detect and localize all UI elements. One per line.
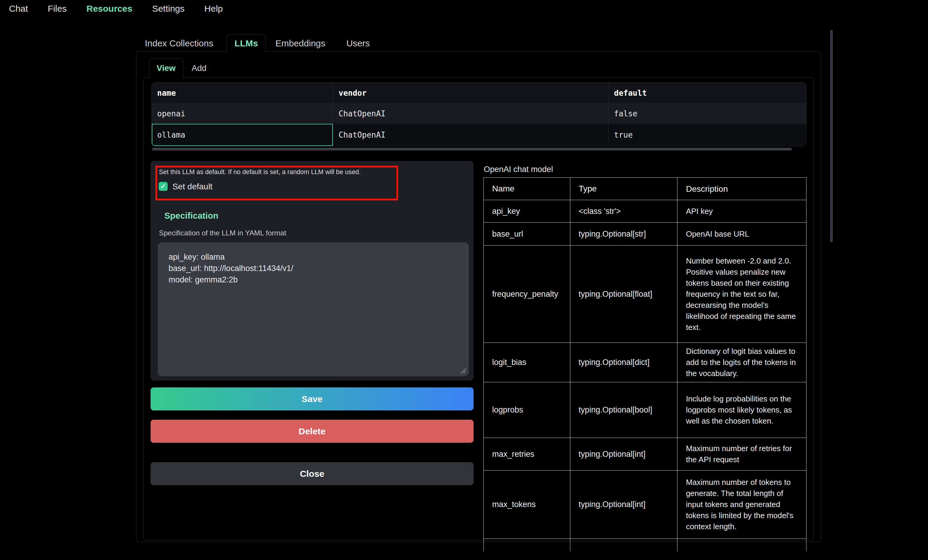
llm-col-name: name [152,82,333,103]
llm-table-header: name vendor default [152,82,806,103]
table-row: frequency_penalty typing.Optional[float]… [484,246,806,343]
tab-embeddings[interactable]: Embeddings [275,38,325,49]
param-type [570,539,678,551]
tab-users[interactable]: Users [346,38,370,49]
table-row: base_url typing.Optional[str] OpenAI bas… [484,222,806,246]
cell-vendor[interactable]: ChatOpenAI [333,124,609,146]
param-description: Maximum number of retries for the API re… [678,438,806,470]
close-button[interactable]: Close [151,462,473,485]
nav-item-resources[interactable]: Resources [87,4,132,14]
param-type: typing.Optional[bool] [570,382,678,438]
param-description: Maximum number of tokens to generate. Th… [678,470,806,539]
checkmark-icon: ✓ [160,183,166,190]
delete-button[interactable]: Delete [151,420,473,443]
param-name: logit_bias [484,343,570,382]
cell-name[interactable]: openai [152,103,333,124]
specification-sublabel: Specification of the LLM in YAML format [159,229,286,237]
llm-col-vendor: vendor [333,82,609,103]
table-row: logit_bias typing.Optional[dict] Diction… [484,343,806,382]
cell-name-selected[interactable]: ollama [152,124,333,146]
horizontal-scrollbar[interactable] [152,148,792,151]
table-row-openai[interactable]: openai ChatOpenAI false [152,103,806,124]
col-type: Type [570,178,678,200]
tab-llms-label: LLMs [234,38,258,49]
nav-item-files[interactable]: Files [47,4,66,14]
nav-item-help[interactable]: Help [205,4,223,14]
nav-item-chat[interactable]: Chat [9,4,28,14]
table-row: max_tokens typing.Optional[int] Maximum … [484,470,806,539]
nav-item-settings[interactable]: Settings [152,4,185,14]
param-name: max_retries [484,438,570,470]
table-row: api_key <class 'str'> API key [484,200,806,222]
subtab-view[interactable]: View [149,58,183,78]
table-row: max_retries typing.Optional[int] Maximum… [484,438,806,470]
param-description: Include log probabilities on the logprob… [678,382,806,438]
param-type: typing.Optional[int] [570,470,678,539]
top-nav: Chat Files Resources Settings Help [9,4,223,14]
param-name: frequency_penalty [484,246,570,343]
param-type: typing.Optional[dict] [570,343,678,382]
param-type: <class 'str'> [570,200,678,222]
set-default-label: Set default [172,182,212,192]
param-type: typing.Optional[str] [570,222,678,246]
table-row-partial [484,539,806,551]
tab-index-collections[interactable]: Index Collections [145,38,213,49]
param-description: API key [678,200,806,222]
param-description: OpenAI base URL [678,222,806,246]
specification-heading: Specification [164,211,218,221]
param-type: typing.Optional[float] [570,246,678,343]
table-row: logprobs typing.Optional[bool] Include l… [484,382,806,438]
table-row-ollama[interactable]: ollama ChatOpenAI true [152,124,806,146]
param-name: base_url [484,222,570,246]
llm-col-default: default [609,82,806,103]
cell-default[interactable]: true [609,124,806,146]
param-name: logprobs [484,382,570,438]
param-type: typing.Optional[int] [570,438,678,470]
textarea-resize-handle-icon[interactable] [459,367,466,374]
yaml-spec-textarea[interactable]: api_key: ollama base_url: http://localho… [158,242,469,376]
cell-default[interactable]: false [609,103,806,124]
llm-list-table: name vendor default openai ChatOpenAI fa… [151,82,806,146]
set-default-checkbox[interactable]: ✓ [159,182,168,191]
tab-llms[interactable]: LLMs [227,34,266,52]
cell-vendor[interactable]: ChatOpenAI [333,103,609,124]
set-default-help-text: Set this LLM as default. If no default i… [159,169,361,176]
col-description: Description [678,178,806,200]
col-name: Name [484,178,570,200]
param-description [678,539,806,551]
model-info-header: Name Type Description [484,178,806,200]
param-description: Number between -2.0 and 2.0. Positive va… [678,246,806,343]
subtab-add[interactable]: Add [192,64,206,73]
param-name [484,539,570,551]
model-info-title: OpenAI chat model [484,165,553,174]
param-name: api_key [484,200,570,222]
model-info-table: Name Type Description api_key <class 'st… [484,177,807,551]
save-button[interactable]: Save [151,387,473,411]
subtab-view-label: View [157,64,176,73]
param-name: max_tokens [484,470,570,539]
param-description: Dictionary of logit bias values to add t… [678,343,806,382]
vertical-scrollbar[interactable] [830,30,833,242]
